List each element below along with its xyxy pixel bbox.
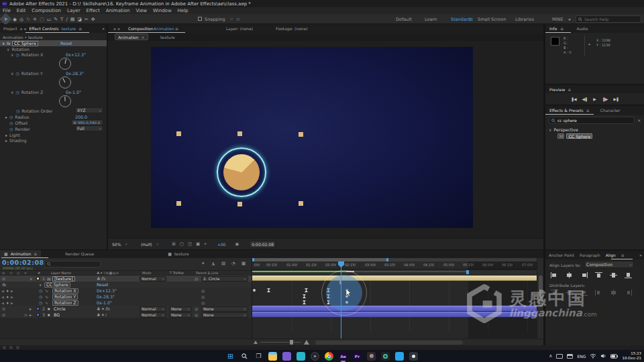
tray-expand-icon[interactable]: ∧ <box>549 353 552 359</box>
label-color-chip[interactable] <box>36 277 40 280</box>
rotation-y-dial[interactable] <box>59 76 71 88</box>
panel-menu-icon[interactable]: ≡ <box>560 26 564 31</box>
layer-name[interactable]: BG <box>54 312 60 317</box>
graph-icon[interactable]: ∿ <box>45 294 48 299</box>
panel-menu-icon[interactable]: ≡ <box>175 26 178 31</box>
close-icon[interactable]: × <box>142 35 145 40</box>
effects-search-input[interactable]: cc sphere <box>549 117 635 124</box>
zoom-slider-handle[interactable] <box>290 340 293 345</box>
menu-file[interactable]: File <box>3 8 11 13</box>
mask-option-icon[interactable]: ⊙ <box>236 17 239 22</box>
effect-expand-icon[interactable]: ∨ <box>2 41 5 46</box>
timeline-tab-render-queue[interactable]: Render Queue <box>65 251 94 256</box>
panel-menu-icon[interactable]: ≡ <box>34 251 37 256</box>
layer-row-texture[interactable]: ⊙ ∨ 1 ▤ [texture] ♣ ∕fx Normal∨ ◎ 2. Cir… <box>0 276 252 282</box>
light-expand-icon[interactable]: ▸ <box>5 133 7 137</box>
tab-audio[interactable]: Audio <box>576 26 588 31</box>
rotation-z-value[interactable]: 0x-1.0° <box>66 90 81 95</box>
dark-app-icon[interactable] <box>409 352 418 361</box>
after-effects-icon[interactable]: Ae <box>339 352 347 361</box>
label-color-chip[interactable] <box>36 313 40 316</box>
timeline-graph-area[interactable]: :00f 00:15f 01:00f 01:15f 02:00f 02:15f … <box>252 258 537 339</box>
keyframe[interactable] <box>305 288 308 292</box>
prop-row-rotation-y[interactable]: ◀ ♦ ▶ ◷ ∿ Rotation Y 0x-28.3° ◎ <box>0 294 252 300</box>
vscrollbar-handle[interactable] <box>539 276 543 306</box>
layer-bar-circle[interactable] <box>252 306 537 311</box>
parent-select[interactable]: 2. Circle∨ <box>201 276 248 282</box>
layer-bar-bg[interactable] <box>252 312 537 317</box>
pixel-aspect-icon[interactable]: ⌖ <box>204 241 207 247</box>
file-explorer-icon[interactable] <box>268 352 277 361</box>
timeline-tab-texture[interactable]: texture <box>174 251 189 256</box>
workspace-small-screen[interactable]: Small Screen <box>478 17 506 22</box>
draft-3d-icon[interactable]: ◮ <box>211 261 215 266</box>
effect-row-cc-sphere-tl[interactable]: fx ∨ CC Sphere Reset <box>0 282 252 288</box>
clone-stamp-tool[interactable]: ▤ <box>70 17 75 22</box>
tab-paragraph[interactable]: Paragraph <box>580 253 600 257</box>
prev-keyframe-icon[interactable]: ◀ <box>1 301 4 305</box>
menu-layer[interactable]: Layer <box>67 8 80 13</box>
clock-time[interactable]: 15:23 <box>622 351 641 356</box>
frame-blending-icon[interactable]: ▤ <box>221 261 225 266</box>
distribute-right-button[interactable] <box>625 290 632 296</box>
pickwhip-icon[interactable]: ◎ <box>201 300 205 305</box>
menu-edit[interactable]: Edit <box>17 8 26 13</box>
stopwatch-icon[interactable]: ◷ <box>39 300 42 305</box>
panel-overflow-icon[interactable]: » <box>102 26 105 31</box>
distribute-top-button[interactable] <box>551 290 558 296</box>
panel-menu-icon[interactable]: ≡ <box>568 87 571 92</box>
workspace-overflow-icon[interactable]: » <box>568 17 571 22</box>
stopwatch-icon[interactable]: ◷ <box>15 90 19 95</box>
status-toggle-icon[interactable] <box>9 346 13 349</box>
help-search-input[interactable]: Search Help <box>576 15 641 23</box>
effect-name[interactable]: CC Sphere <box>12 41 38 46</box>
menu-view[interactable]: View <box>136 8 147 13</box>
align-v-center-button[interactable] <box>610 272 617 278</box>
menu-window[interactable]: Window <box>153 8 172 13</box>
pickwhip-icon[interactable]: ◎ <box>195 312 198 317</box>
timeline-timecode[interactable]: 0:00:02:08 <box>2 259 44 266</box>
blend-mode-select[interactable]: Normal∨ <box>140 306 166 312</box>
comp-canvas[interactable] <box>151 47 473 228</box>
recorder-app-icon[interactable]: ➤ <box>311 352 319 361</box>
language-indicator[interactable]: ENG <box>577 354 586 359</box>
radius-value[interactable]: 200.0 <box>75 115 87 119</box>
offset-value[interactable]: 960.0,540.0 <box>78 121 100 125</box>
expand-icon[interactable]: ∨ <box>30 276 32 281</box>
pickwhip-icon[interactable]: ◎ <box>195 306 198 311</box>
workspace-learn[interactable]: Learn <box>425 17 437 22</box>
stopwatch-icon[interactable]: ◷ <box>9 115 13 119</box>
label-color-chip[interactable] <box>36 307 40 310</box>
shading-expand-icon[interactable]: ▸ <box>5 138 7 143</box>
clock-date[interactable]: 18-Dec-21 <box>622 356 641 361</box>
comp-tab-texture[interactable]: texture <box>160 35 175 40</box>
layer-name[interactable]: [texture] <box>52 276 75 282</box>
work-area-bar[interactable] <box>252 270 537 275</box>
menu-composition[interactable]: Composition <box>32 8 61 13</box>
rotation-order-select[interactable]: XYZ ∨ <box>75 107 103 113</box>
status-toggle-icon[interactable] <box>16 346 19 349</box>
pickwhip-icon[interactable]: ◎ <box>195 276 198 281</box>
zoom-tool[interactable]: ◎ <box>19 17 23 22</box>
next-keyframe-icon[interactable]: ▶ <box>11 289 13 293</box>
layer-name[interactable]: Circle <box>54 306 66 311</box>
col-mode[interactable]: Mode <box>142 271 152 275</box>
volume-icon[interactable] <box>600 353 606 359</box>
resolution-select[interactable]: (Half) <box>141 242 152 247</box>
expand-icon[interactable]: ∨ <box>39 282 42 287</box>
pen-tool[interactable]: ✎ <box>54 17 58 22</box>
keyframe[interactable] <box>303 294 306 298</box>
audio-app-icon[interactable] <box>381 352 390 361</box>
panel-menu-icon[interactable]: ≡ <box>621 253 625 257</box>
group-rotation[interactable]: ∨ Rotation <box>7 47 30 52</box>
expand-icon[interactable]: ▸ <box>30 306 32 311</box>
first-frame-button[interactable]: ❚◀ <box>571 97 576 101</box>
workspace-standard[interactable]: Standard <box>451 17 471 22</box>
brush-tool[interactable]: ∕ <box>66 17 67 22</box>
rotation-x-value[interactable]: 0x+12.3° <box>66 52 86 57</box>
rotation-z-dial[interactable] <box>59 95 71 107</box>
blend-mode-select[interactable]: Normal∨ <box>140 312 166 318</box>
tab-composition[interactable]: Composition <box>128 26 153 31</box>
tab-preview[interactable]: Preview <box>549 87 565 92</box>
effects-item-label[interactable]: CC Sphere <box>566 133 592 139</box>
